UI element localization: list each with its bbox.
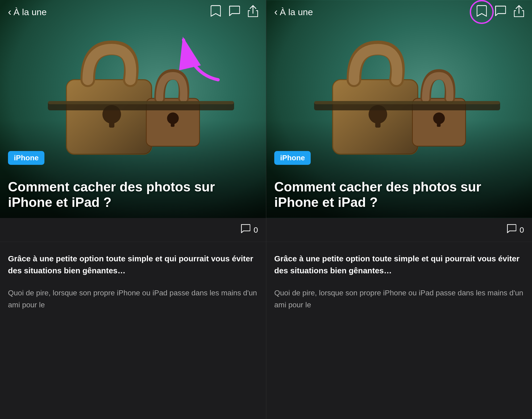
hero-image-left: ‹ À la une: [0, 0, 266, 218]
article-summary-right: Grâce à une petite option toute simple e…: [274, 253, 524, 276]
comment-bar-icon-right[interactable]: [507, 224, 516, 236]
article-summary-left: Grâce à une petite option toute simple e…: [8, 253, 258, 276]
svg-rect-22: [314, 101, 500, 104]
back-icon-right[interactable]: ‹: [274, 7, 278, 17]
comment-number-right: 0: [519, 225, 524, 234]
comment-icon-right[interactable]: [495, 5, 506, 19]
share-icon-left[interactable]: [248, 5, 258, 19]
nav-title-left: À la une: [14, 7, 47, 17]
svg-rect-17: [375, 114, 381, 128]
nav-bar-right: ‹ À la une: [266, 0, 532, 24]
nav-right-right: [477, 5, 524, 19]
article-title-left: Comment cacher des photos sur iPhone et …: [8, 179, 258, 210]
comment-count-left: 0: [241, 224, 258, 236]
category-badge-right: iPhone: [274, 151, 311, 165]
article-text-right: Quoi de pire, lorsque son propre iPhone …: [274, 287, 524, 311]
nav-left-right: ‹ À la une: [274, 7, 313, 17]
category-badge-left: iPhone: [8, 151, 44, 165]
svg-rect-5: [109, 114, 114, 128]
comments-bar-right: 0: [266, 218, 532, 242]
bookmark-icon-left[interactable]: [211, 5, 221, 19]
left-panel: ‹ À la une: [0, 0, 266, 419]
article-body-left: Grâce à une petite option toute simple e…: [0, 242, 266, 322]
comment-count-right: 0: [507, 224, 524, 236]
comment-bar-icon-left[interactable]: [241, 224, 250, 236]
hero-image-right: ‹ À la une: [266, 0, 532, 218]
back-icon-left[interactable]: ‹: [8, 7, 11, 17]
article-title-overlay-left: Comment cacher des photos sur iPhone et …: [0, 174, 266, 218]
article-body-right: Grâce à une petite option toute simple e…: [266, 242, 532, 322]
article-text-left: Quoi de pire, lorsque son propre iPhone …: [8, 287, 258, 311]
svg-rect-20: [437, 118, 440, 127]
nav-bar-left: ‹ À la une: [0, 0, 266, 24]
svg-rect-10: [48, 101, 234, 104]
comments-bar-left: 0: [0, 218, 266, 242]
comment-icon-left[interactable]: [229, 5, 240, 19]
comment-number-left: 0: [253, 225, 258, 234]
share-icon-right[interactable]: [514, 5, 524, 19]
bookmark-icon-right[interactable]: [477, 5, 487, 19]
nav-right-left: [211, 5, 258, 19]
article-title-right: Comment cacher des photos sur iPhone et …: [274, 179, 524, 210]
article-title-overlay-right: Comment cacher des photos sur iPhone et …: [266, 174, 532, 218]
nav-left-left: ‹ À la une: [8, 7, 47, 17]
nav-title-right: À la une: [280, 7, 313, 17]
right-panel: ‹ À la une: [266, 0, 532, 419]
svg-rect-8: [171, 118, 174, 127]
